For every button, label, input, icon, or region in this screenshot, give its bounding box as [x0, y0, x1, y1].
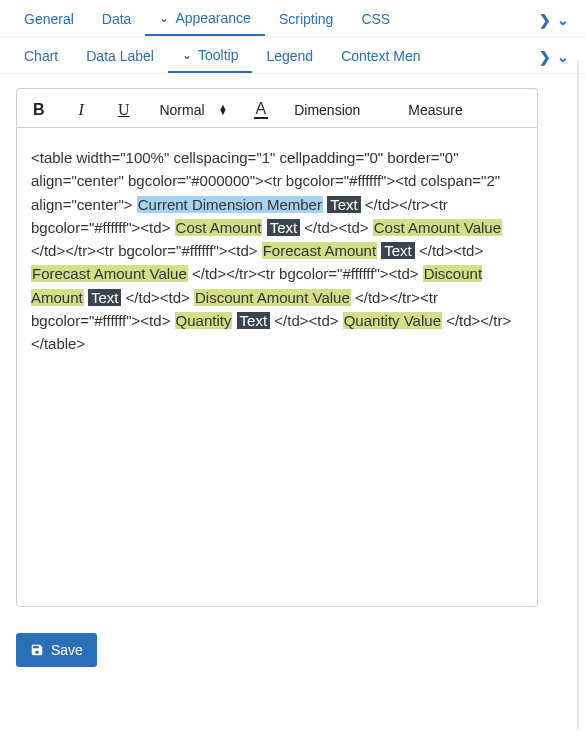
- format-select[interactable]: Normal ▲▼: [159, 102, 227, 118]
- tab-appearance-label: Appearance: [175, 10, 251, 26]
- code-text: </td><td>: [304, 219, 368, 236]
- save-button[interactable]: Save: [16, 633, 97, 667]
- subtabs-nav-right: ❯ ⌄: [537, 47, 575, 67]
- tab-legend[interactable]: Legend: [252, 42, 327, 72]
- nav-dropdown-icon[interactable]: ⌄: [555, 47, 571, 67]
- tab-chart[interactable]: Chart: [10, 42, 72, 72]
- scrollbar[interactable]: [577, 60, 579, 729]
- editor-toolbar: B I U Normal ▲▼ A Dimension Measure: [16, 88, 538, 127]
- editor-panel: B I U Normal ▲▼ A Dimension Measure <tab…: [0, 74, 585, 617]
- chevron-down-icon: ⌄: [182, 48, 192, 62]
- tab-tooltip-label: Tooltip: [198, 47, 238, 63]
- tab-context-menu[interactable]: Context Men: [327, 42, 434, 72]
- token-dimension-member[interactable]: Current Dimension Member: [137, 196, 323, 213]
- token-text[interactable]: Text: [267, 219, 301, 236]
- tabs-nav-right: ❯ ⌄: [537, 10, 575, 30]
- token-quantity[interactable]: Quantity: [175, 312, 233, 329]
- code-text: </td></tr><tr bgcolor="#ffffff"><td>: [192, 265, 423, 282]
- token-cost-amount[interactable]: Cost Amount: [175, 219, 263, 236]
- nav-next-icon[interactable]: ❯: [537, 47, 553, 67]
- tab-data-label[interactable]: Data Label: [72, 42, 168, 72]
- tab-appearance[interactable]: ⌄ Appearance: [145, 4, 265, 36]
- token-text[interactable]: Text: [237, 312, 271, 329]
- tab-tooltip[interactable]: ⌄ Tooltip: [168, 41, 252, 73]
- token-text[interactable]: Text: [88, 289, 122, 306]
- token-cost-amount-value[interactable]: Cost Amount Value: [373, 219, 502, 236]
- insert-dimension-button[interactable]: Dimension: [294, 102, 360, 118]
- select-caret-icon: ▲▼: [219, 105, 228, 115]
- token-quantity-value[interactable]: Quantity Value: [343, 312, 442, 329]
- tab-data[interactable]: Data: [88, 5, 146, 35]
- code-text: </td><td>: [419, 242, 483, 259]
- token-text[interactable]: Text: [327, 196, 361, 213]
- code-text: </td><td>: [274, 312, 342, 329]
- token-text[interactable]: Text: [381, 242, 415, 259]
- text-color-button[interactable]: A: [254, 101, 269, 119]
- tooltip-editor[interactable]: <table width="100%" cellspacing="1" cell…: [16, 127, 538, 607]
- tab-css[interactable]: CSS: [347, 5, 404, 35]
- chevron-down-icon: ⌄: [159, 11, 169, 25]
- code-text: </td><td>: [126, 289, 190, 306]
- code-text: </td></tr><tr bgcolor="#ffffff"><td>: [31, 242, 262, 259]
- format-select-label: Normal: [159, 102, 204, 118]
- tab-general[interactable]: General: [10, 5, 88, 35]
- token-forecast-amount-value[interactable]: Forecast Amount Value: [31, 265, 188, 282]
- token-discount-amount-value[interactable]: Discount Amount Value: [194, 289, 351, 306]
- token-forecast-amount[interactable]: Forecast Amount: [262, 242, 377, 259]
- top-tabs-row: General Data ⌄ Appearance Scripting CSS …: [0, 0, 585, 37]
- sub-tabs-row: Chart Data Label ⌄ Tooltip Legend Contex…: [0, 37, 585, 74]
- tab-scripting[interactable]: Scripting: [265, 5, 347, 35]
- nav-dropdown-icon[interactable]: ⌄: [555, 10, 571, 30]
- insert-measure-button[interactable]: Measure: [386, 102, 462, 118]
- save-button-label: Save: [51, 642, 83, 658]
- nav-next-icon[interactable]: ❯: [537, 10, 553, 30]
- italic-button[interactable]: I: [75, 99, 88, 121]
- bold-button[interactable]: B: [29, 99, 49, 121]
- underline-button[interactable]: U: [114, 99, 134, 121]
- save-icon: [30, 643, 44, 657]
